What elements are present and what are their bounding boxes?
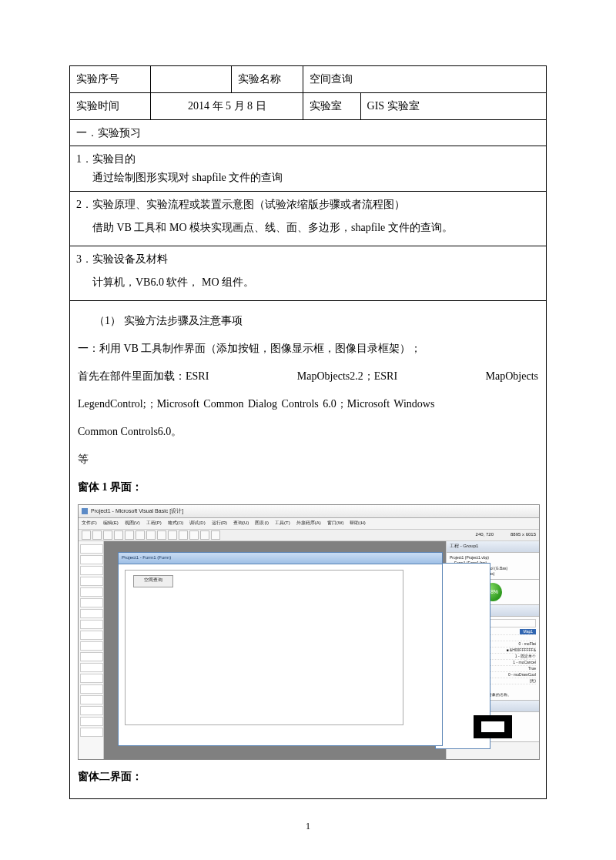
toolbar-btn[interactable] [157,530,166,540]
menu-format[interactable]: 格式(O) [168,519,184,528]
label-exp-time: 实验时间 [70,92,151,119]
menu-file[interactable]: 文件(F) [82,519,97,528]
section-1-title: 一．实验预习 [70,119,547,146]
toolbox-item[interactable] [80,566,103,575]
layout-thumbnail[interactable] [474,715,512,738]
toolbox-item[interactable] [80,555,103,564]
value-lab: GIS 实验室 [360,92,546,119]
toolbar-btn[interactable] [82,530,91,540]
toolbar-btn[interactable] [146,530,156,540]
section-1-2: 2．实验原理、实验流程或装置示意图（试验浓缩版步骤或者流程图） 借助 VB 工具… [70,191,547,246]
toolbox-item[interactable] [80,587,103,597]
main-content-cell: （1） 实验方法步骤及注意事项 一：利用 VB 工具制作界面（添加按钮，图像显示… [70,300,547,798]
project-panel-title: 工程 - Group1 [447,541,539,553]
body-line-2: 首先在部件里面加载：ESRI MapObjects2.2；ESRI MapObj… [78,363,538,390]
report-table: 实验序号 实验名称 空间查询 实验时间 2014 年 5 月 8 日 实验室 G… [69,65,547,799]
ide-canvas[interactable]: Project1 - Form1 (Form) 空间查询 [104,541,446,760]
toolbox-item[interactable] [80,598,103,607]
toolbar-btn[interactable] [103,530,112,540]
toolbar-btn[interactable] [92,530,102,540]
section-1-3: 3．实验设备及材料 计算机，VB6.0 软件， MO 组件。 [70,246,547,300]
toolbox-item[interactable] [80,728,103,737]
toolbar-btn[interactable] [189,530,199,540]
page-number: 1 [69,821,547,832]
toolbox-item[interactable] [80,544,103,554]
s1-3-body: 计算机，VB6.0 软件， MO 组件。 [76,269,540,296]
s1-1-body: 通过绘制图形实现对 shapfile 文件的查询 [76,169,540,187]
label-lab: 实验室 [303,92,360,119]
toolbox-item[interactable] [80,674,103,683]
value-exp-no [151,66,232,93]
menu-query[interactable]: 查询(U) [233,519,249,528]
form-caption: Project1 - Form1 (Form) [119,553,442,564]
toolbox-item[interactable] [80,620,103,629]
menu-view[interactable]: 视图(V) [125,519,140,528]
menu-debug[interactable]: 调试(D) [189,519,205,528]
menu-chart[interactable]: 图表(I) [255,519,269,528]
form1-title: 窗体 1 界面： [78,474,538,501]
toolbar-btn[interactable] [179,530,188,540]
body-line-3: LegendControl;；Microsoft Common Dialog C… [78,390,538,418]
header-row-2: 实验时间 2014 年 5 月 8 日 实验室 GIS 实验室 [70,92,547,119]
body-line-4: Common Controls6.0。 [78,418,538,446]
ide-toolbar[interactable]: 240, 720 8895 x 6015 [79,530,539,541]
bl2a: 首先在部件里面加载：ESRI [78,366,209,387]
toolbar-btn[interactable] [200,530,209,540]
ide-titlebar: Project1 - Microsoft Visual Basic [设计] [79,505,539,518]
toolbox-item[interactable] [80,695,103,704]
project-item[interactable]: Project1 (Project1.vbp) [450,555,536,561]
toolbox-item[interactable] [80,684,103,694]
vb-ide-screenshot: Project1 - Microsoft Visual Basic [设计] 文… [78,504,540,760]
section-1-1: 1．实验目的 通过绘制图形实现对 shapfile 文件的查询 [70,146,547,192]
menu-project[interactable]: 工程(P) [146,519,162,528]
form-surface[interactable]: 空间查询 [125,570,403,725]
label-exp-no: 实验序号 [70,66,151,93]
toolbar-btn[interactable] [114,530,123,540]
menu-tools[interactable]: 工具(T) [275,519,290,528]
value-exp-name: 空间查询 [303,66,547,93]
spatial-query-button[interactable]: 空间查询 [133,575,173,587]
menu-edit[interactable]: 编辑(E) [103,519,119,528]
vb-app-icon [82,508,88,514]
toolbox-item[interactable] [80,663,103,672]
value-exp-time: 2014 年 5 月 8 日 [151,92,303,119]
toolbox-item[interactable] [80,706,103,715]
s1-2-title: 2．实验原理、实验流程或装置示意图（试验浓缩版步骤或者流程图） [76,196,540,214]
coords-2: 8895 x 6015 [511,530,536,538]
header-row-1: 实验序号 实验名称 空间查询 [70,66,547,93]
toolbox-item[interactable] [80,631,103,640]
s1-1-title: 1．实验目的 [76,153,136,165]
body-line-1: 一：利用 VB 工具制作界面（添加按钮，图像显示框，图像目录框架）； [78,335,538,363]
label-exp-name: 实验名称 [232,66,303,93]
form2-title: 窗体二界面： [78,763,538,791]
toolbox-item[interactable] [80,652,103,661]
s1-4-title: （1） 实验方法步骤及注意事项 [78,310,538,332]
body-line-5: 等 [78,446,538,474]
s1-2-body: 借助 VB 工具和 MO 模块实现画点、线、面、多边形，shapfile 文件的… [76,214,540,242]
toolbar-btn[interactable] [136,530,145,540]
ide-toolbox[interactable] [79,541,104,760]
menu-help[interactable]: 帮助(H) [350,519,365,528]
ide-menubar[interactable]: 文件(F) 编辑(E) 视图(V) 工程(P) 格式(O) 调试(D) 运行(R… [79,518,539,530]
ide-title: Project1 - Microsoft Visual Basic [设计] [91,507,183,516]
menu-run[interactable]: 运行(R) [212,519,227,528]
coords-1: 240, 720 [476,530,494,538]
toolbar-btn[interactable] [168,530,177,540]
toolbox-item[interactable] [80,641,103,651]
s1-3-title: 3．实验设备及材料 [76,250,540,269]
toolbar-btn[interactable] [211,530,220,540]
menu-addins[interactable]: 外接程序(A) [296,519,321,528]
toolbar-btn[interactable] [125,530,134,540]
bl2b: MapObjects2.2；ESRI [297,366,397,387]
toolbox-item[interactable] [80,717,103,726]
toolbox-item[interactable] [80,577,103,586]
menu-window[interactable]: 窗口(W) [327,519,344,528]
bl2c: MapObjects [486,366,538,387]
form-designer-window[interactable]: Project1 - Form1 (Form) 空间查询 [118,552,443,746]
toolbox-item[interactable] [80,609,103,618]
